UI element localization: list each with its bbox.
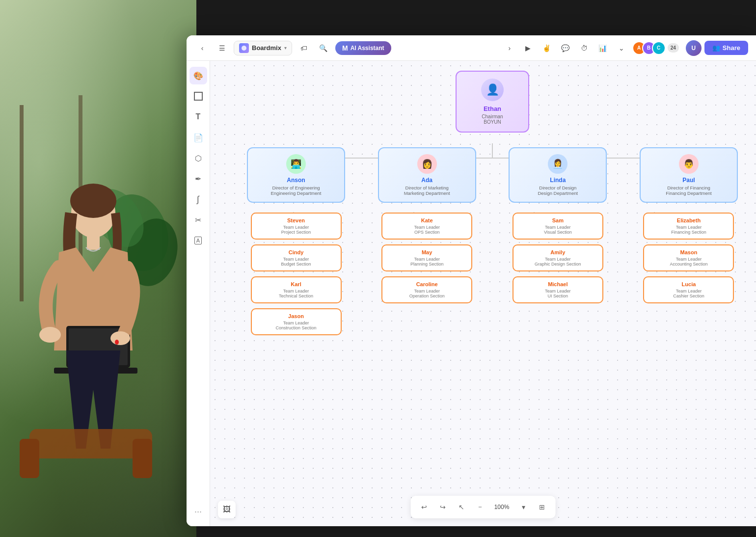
level3-financing: Elizabeth Team Leader Financing Section … (627, 213, 750, 335)
canvas-settings-icon[interactable]: 🖼 (218, 501, 236, 518)
search-icon: 🔍 (319, 44, 327, 52)
main-canvas[interactable]: 👤 Ethan Chairman BOYUN 👨‍💻 Anson Directo… (210, 61, 756, 526)
app-name: Boardmix (252, 44, 281, 52)
nav-forward-button[interactable]: › (502, 40, 517, 56)
zoom-out-icon: － (477, 503, 484, 511)
level2-anson-card[interactable]: 👨‍💻 Anson Director of Engineering Engine… (247, 147, 345, 203)
jason-card[interactable]: Jason Team Leader Construction Section (251, 308, 342, 335)
cindy-dept: Budget Section (258, 262, 335, 267)
collab-button[interactable]: ✌ (539, 40, 555, 56)
share-button[interactable]: 👥 Share (704, 41, 748, 55)
pointer-icon: ↖ (459, 503, 464, 511)
level2-anson-col: 👨‍💻 Anson Director of Engineering Engine… (235, 147, 357, 203)
text-tool[interactable]: T (189, 108, 207, 126)
root-avatar: 👤 (481, 79, 504, 101)
redo-button[interactable]: ↪ (435, 500, 450, 514)
svg-point-17 (242, 46, 246, 51)
zoom-fit-button[interactable]: ⊞ (535, 500, 549, 514)
karl-role: Team Leader (258, 289, 335, 294)
svg-point-13 (115, 340, 119, 345)
steven-role: Team Leader (258, 225, 335, 230)
scissors-tool[interactable]: ✂ (189, 211, 207, 229)
zoom-dropdown-button[interactable]: ▾ (516, 500, 531, 514)
more-tools-sidebar[interactable]: ··· (189, 503, 207, 520)
michael-role: Team Leader (519, 289, 596, 294)
menu-button[interactable]: ☰ (214, 40, 230, 56)
zoom-level: 100% (491, 504, 513, 510)
level2-linda-col: 👩‍💼 Linda Director of Design Design Depa… (496, 147, 619, 203)
steven-card[interactable]: Steven Team Leader Project Section (251, 213, 342, 240)
ai-assistant-button[interactable]: M AI Assistant (335, 41, 391, 55)
play-button[interactable]: ▶ (520, 40, 536, 56)
toolbar-left: ‹ ☰ Boardmix ▾ 🏷 🔍 (194, 40, 498, 56)
karl-card[interactable]: Karl Team Leader Technical Section (251, 276, 342, 303)
undo-icon: ↩ (421, 503, 427, 511)
curve-tool[interactable]: ∫ (189, 190, 207, 208)
lucia-role: Team Leader (650, 289, 727, 294)
karl-dept: Technical Section (258, 294, 335, 298)
timer-icon: ⏱ (581, 44, 588, 52)
elizabeth-role: Team Leader (650, 225, 727, 230)
chart-button[interactable]: 📊 (595, 40, 611, 56)
paul-avatar: 👨 (679, 154, 699, 174)
scissors-icon: ✂ (195, 215, 201, 225)
level2-linda-card[interactable]: 👩‍💼 Linda Director of Design Design Depa… (509, 147, 607, 203)
user-avatar[interactable]: U (686, 40, 702, 56)
cindy-card[interactable]: Cindy Team Leader Budget Section (251, 244, 342, 271)
level2-paul-col: 👨 Paul Director of Financing Financing D… (627, 147, 750, 203)
may-dept: Planning Section (388, 262, 465, 267)
dropdown-icon: ▾ (284, 45, 287, 51)
anson-name: Anson (256, 177, 336, 184)
ai-label: AI Assistant (351, 45, 384, 52)
badge-tool[interactable]: A (189, 232, 207, 249)
search-button[interactable]: 🔍 (316, 40, 331, 56)
undo-button[interactable]: ↩ (417, 500, 432, 514)
app-window: ‹ ☰ Boardmix ▾ 🏷 🔍 (187, 35, 756, 526)
zoom-fit-icon: ⊞ (539, 503, 545, 511)
paul-role: Director of Financing (648, 185, 729, 190)
sticky-tool[interactable]: 📄 (189, 129, 207, 146)
michael-card[interactable]: Michael Team Leader UI Section (513, 276, 603, 303)
level2-paul-card[interactable]: 👨 Paul Director of Financing Financing D… (640, 147, 738, 203)
caroline-role: Team Leader (388, 289, 465, 294)
badge-icon: A (194, 237, 202, 244)
pointer-button[interactable]: ↖ (454, 500, 469, 514)
kate-card[interactable]: Kate Team Leader OPS Section (381, 213, 472, 240)
back-button[interactable]: ‹ (194, 40, 210, 56)
paul-name: Paul (648, 177, 729, 184)
timer-button[interactable]: ⏱ (576, 40, 592, 56)
svg-rect-15 (20, 439, 39, 478)
lucia-card[interactable]: Lucia Team Leader Cashier Section (643, 276, 734, 303)
more-tools-button[interactable]: ⌄ (614, 40, 629, 56)
logo-icon (239, 43, 249, 53)
amily-dept: Graphic Design Section (519, 262, 596, 267)
sam-dept: Visual Section (519, 230, 596, 235)
zoom-out-button[interactable]: － (473, 500, 487, 514)
may-card[interactable]: May Team Leader Planning Section (381, 244, 472, 271)
jason-name: Jason (258, 313, 335, 319)
mason-card[interactable]: Mason Team Leader Accounting Section (643, 244, 734, 271)
kate-dept: OPS Section (388, 230, 465, 235)
elizabeth-card[interactable]: Elizabeth Team Leader Financing Section (643, 213, 734, 240)
frame-tool[interactable] (189, 87, 207, 105)
caroline-card[interactable]: Caroline Team Leader Operation Section (381, 276, 472, 303)
root-node[interactable]: 👤 Ethan Chairman BOYUN (456, 71, 529, 133)
root-role: Chairman (466, 114, 518, 119)
app-logo[interactable]: Boardmix ▾ (234, 41, 292, 55)
mason-name: Mason (650, 249, 727, 255)
more-icon: ··· (194, 507, 202, 517)
shape-tool[interactable]: ⬡ (189, 149, 207, 167)
tags-button[interactable]: 🏷 (296, 40, 312, 56)
svg-rect-0 (20, 105, 24, 301)
comment-button[interactable]: 💬 (558, 40, 573, 56)
kate-name: Kate (388, 217, 465, 223)
level2-ada-card[interactable]: 👩 Ada Director of Marketing Marketing De… (378, 147, 476, 203)
palette-tool[interactable]: 🎨 (189, 67, 207, 84)
toolbar: ‹ ☰ Boardmix ▾ 🏷 🔍 (187, 35, 756, 61)
pen-tool[interactable]: ✒ (189, 170, 207, 188)
amily-card[interactable]: Amily Team Leader Graphic Design Section (513, 244, 603, 271)
sam-card[interactable]: Sam Team Leader Visual Section (513, 213, 603, 240)
collab-icon: ✌ (542, 44, 551, 52)
level3-marketing: Kate Team Leader OPS Section May Team Le… (366, 213, 488, 335)
mason-dept: Accounting Section (650, 262, 727, 267)
